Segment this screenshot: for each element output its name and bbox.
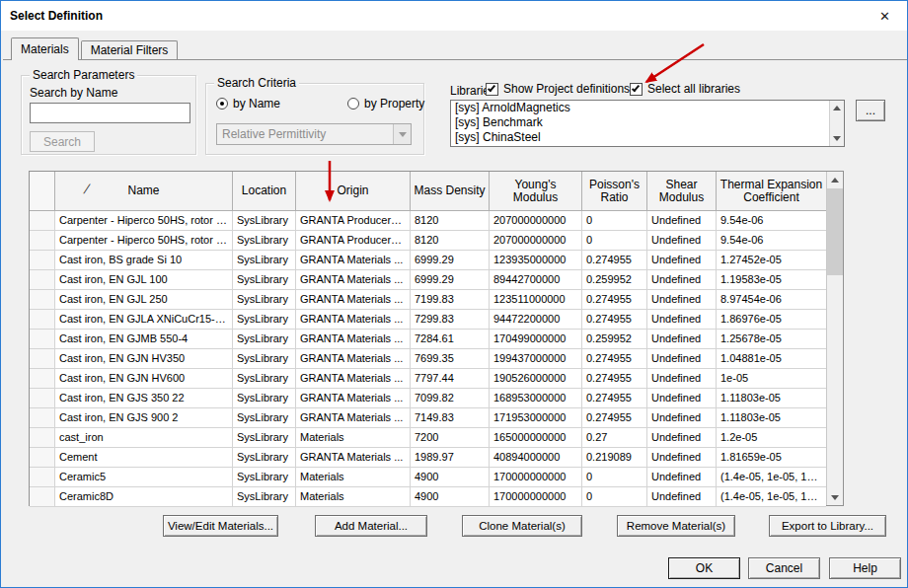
table-row[interactable]: Cast iron, BS grade Si 10SysLibraryGRANT… — [30, 251, 826, 270]
column-header-poisson-s-ratio[interactable]: Poisson's Ratio — [582, 172, 647, 211]
cell: 0 — [582, 487, 647, 507]
cell: 0.274955 — [582, 408, 647, 428]
table-row[interactable]: Ceramic5SysLibraryMaterials4900170000000… — [30, 468, 826, 487]
cell: GRANTA Materials ... — [296, 408, 411, 428]
row-selector[interactable] — [30, 310, 55, 330]
search-name-input[interactable] — [30, 103, 190, 123]
cell: GRANTA Materials ... — [296, 349, 411, 369]
export-to-library-button[interactable]: Export to Library... — [769, 515, 886, 537]
by-name-radio[interactable]: by Name — [216, 97, 280, 110]
cell: 8120 — [411, 231, 490, 251]
close-icon: ✕ — [879, 9, 890, 24]
by-name-label: by Name — [233, 97, 280, 110]
column-header-origin[interactable]: Origin — [296, 172, 411, 211]
cell: 0.274955 — [582, 310, 647, 330]
table-row[interactable]: Cast iron, EN GJL 100SysLibraryGRANTA Ma… — [30, 270, 826, 290]
tab-materials[interactable]: Materials — [11, 37, 79, 60]
row-selector[interactable] — [30, 231, 55, 251]
column-header-thermal-expansion-coefficient[interactable]: Thermal Expansion Coefficient — [717, 172, 826, 211]
table-row[interactable]: Cast iron, EN GJN HV350SysLibraryGRANTA … — [30, 349, 826, 369]
property-dropdown[interactable]: Relative Permittivity — [216, 123, 412, 145]
column-header-shear-modulus[interactable]: Shear Modulus — [647, 172, 717, 211]
scroll-down-button[interactable] — [827, 489, 843, 505]
cell: Carpenter - Hiperco 50HS, rotor grade... — [55, 211, 233, 231]
add-material-button[interactable]: Add Material... — [315, 515, 427, 537]
scroll-down-icon[interactable] — [830, 131, 844, 146]
library-item[interactable]: [sys] Benchmark — [451, 115, 828, 130]
view-edit-materials-button[interactable]: View/Edit Materials... — [163, 515, 278, 537]
show-project-definitions-checkbox[interactable]: Show Project definitions — [486, 82, 630, 96]
column-header-young-s-modulus[interactable]: Young's Modulus — [490, 172, 582, 211]
search-button[interactable]: Search — [30, 131, 95, 152]
select-definition-dialog: Select Definition ✕ MaterialsMaterial Fi… — [0, 0, 908, 588]
table-header-row: NameLocationOriginMass DensityYoung's Mo… — [30, 172, 826, 211]
row-selector[interactable] — [30, 487, 55, 507]
remove-material-button[interactable]: Remove Material(s) — [617, 515, 735, 537]
column-header-location[interactable]: Location — [233, 172, 296, 211]
table-row[interactable]: Cast iron, EN GJL 250SysLibraryGRANTA Ma… — [30, 290, 826, 310]
table-scrollbar[interactable] — [826, 172, 843, 505]
cell: 123935000000 — [490, 251, 582, 270]
row-selector[interactable] — [30, 251, 55, 270]
table-row[interactable]: Carpenter - Hiperco 50HS, rotor grade...… — [30, 231, 826, 251]
table-row[interactable]: Cast iron, EN GJS 900 2SysLibraryGRANTA … — [30, 408, 826, 428]
row-selector[interactable] — [30, 428, 55, 448]
table-row[interactable]: CementSysLibraryGRANTA Materials ...1989… — [30, 448, 826, 468]
row-selector[interactable] — [30, 349, 55, 369]
select-all-libraries-label: Select all libraries — [647, 82, 740, 96]
row-selector[interactable] — [30, 369, 55, 389]
table-row[interactable]: Cast iron, EN GJLA XNiCuCr15-6-2SysLibra… — [30, 310, 826, 330]
search-by-name-label: Search by Name — [30, 86, 117, 100]
cell: GRANTA Materials ... — [296, 290, 411, 310]
radio-selected-icon — [216, 98, 228, 110]
cell: Materials — [296, 487, 411, 507]
row-selector[interactable] — [30, 270, 55, 290]
clone-material-button[interactable]: Clone Material(s) — [462, 515, 582, 537]
cell: 40894000000 — [490, 448, 582, 468]
ok-button[interactable]: OK — [668, 557, 740, 579]
row-selector[interactable] — [30, 448, 55, 468]
help-button[interactable]: Help — [829, 557, 901, 579]
cell: 7200 — [411, 428, 490, 448]
by-property-radio[interactable]: by Property — [347, 97, 424, 110]
library-item[interactable]: [sys] ChinaSteel — [451, 130, 828, 145]
cell: SysLibrary — [233, 349, 296, 369]
checkbox-checked-icon — [486, 83, 498, 96]
column-header-mass-density[interactable]: Mass Density — [411, 172, 490, 211]
table-row[interactable]: Cast iron, EN GJMB 550-4SysLibraryGRANTA… — [30, 330, 826, 349]
table-row[interactable]: cast_ironSysLibraryMaterials720016500000… — [30, 428, 826, 448]
libraries-listbox[interactable]: [sys] ArnoldMagnetics[sys] Benchmark[sys… — [450, 100, 845, 147]
row-selector[interactable] — [30, 290, 55, 310]
cell: Cast iron, EN GJLA XNiCuCr15-6-2 — [55, 310, 233, 330]
row-selector[interactable] — [30, 211, 55, 231]
cell: 1.2e-05 — [717, 428, 826, 448]
row-selector[interactable] — [30, 408, 55, 428]
cell: 7099.82 — [411, 389, 490, 408]
cell: Undefined — [647, 349, 717, 369]
cell: 1.81659e-05 — [717, 448, 826, 468]
row-selector[interactable] — [30, 330, 55, 349]
table-row[interactable]: Ceramic8DSysLibraryMaterials490017000000… — [30, 487, 826, 507]
scroll-up-button[interactable] — [827, 172, 843, 187]
libraries-scrollbar[interactable] — [829, 101, 844, 146]
cell: Undefined — [647, 468, 717, 487]
table-row[interactable]: Carpenter - Hiperco 50HS, rotor grade...… — [30, 211, 826, 231]
cell: Materials — [296, 428, 411, 448]
cancel-button[interactable]: Cancel — [748, 557, 820, 579]
row-selector[interactable] — [30, 468, 55, 487]
cell: Undefined — [647, 231, 717, 251]
cell: SysLibrary — [233, 389, 296, 408]
cell: 89442700000 — [490, 270, 582, 290]
table-row[interactable]: Cast iron, EN GJS 350 22SysLibraryGRANTA… — [30, 389, 826, 408]
browse-libraries-button[interactable]: ... — [856, 100, 885, 121]
scroll-up-icon[interactable] — [830, 101, 844, 115]
library-item[interactable]: [sys] ArnoldMagnetics — [451, 101, 828, 115]
scrollbar-thumb[interactable] — [827, 188, 843, 275]
row-selector[interactable] — [30, 389, 55, 408]
tab-material-filters[interactable]: Material Filters — [81, 40, 179, 59]
select-all-libraries-checkbox[interactable]: Select all libraries — [630, 82, 740, 96]
column-header-name[interactable]: Name — [55, 172, 233, 211]
cell: 1.27452e-05 — [717, 251, 826, 270]
table-row[interactable]: Cast iron, EN GJN HV600SysLibraryGRANTA … — [30, 369, 826, 389]
close-button[interactable]: ✕ — [863, 1, 907, 31]
